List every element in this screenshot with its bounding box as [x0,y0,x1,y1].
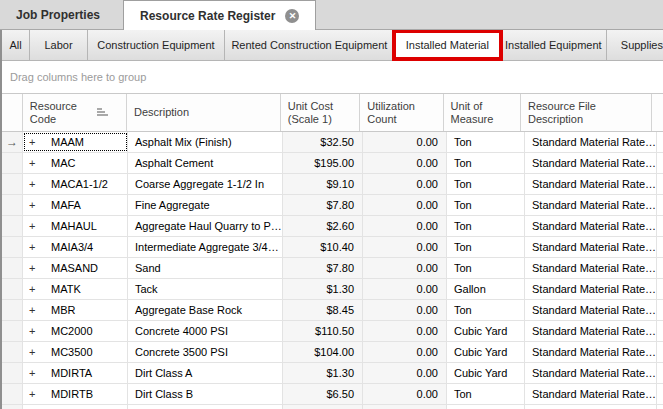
utilization-count-cell[interactable]: 0.00 [363,342,447,362]
table-row[interactable] [2,405,663,409]
description-cell[interactable]: Dirt Class A [128,363,283,383]
unit-of-measure-cell[interactable]: Ton [447,216,525,236]
resource-file-description-cell[interactable]: Standard Material Rate… [525,195,657,215]
row-expander-icon[interactable]: + [29,367,40,379]
resource-file-description-cell[interactable]: Standard Material Rate… [525,237,657,257]
close-tab-icon[interactable]: ✕ [285,9,299,23]
table-row[interactable]: + MBR Aggregate Base Rock $8.45 0.00 Ton… [2,300,663,321]
table-row[interactable]: + MC2000 Concrete 4000 PSI $110.50 0.00 … [2,321,663,342]
resource-code-cell[interactable]: + MAAM [23,132,128,152]
row-selector-cell[interactable] [2,216,23,236]
utilization-count-cell[interactable]: 0.00 [363,300,447,320]
description-cell[interactable]: Intermediate Aggregate 3/4… [128,237,283,257]
table-row[interactable]: + MASAND Sand $7.80 0.00 Ton Standard Ma… [2,258,663,279]
unit-of-measure-cell[interactable]: Ton [447,195,525,215]
description-cell[interactable]: Dirt Class B [128,384,283,404]
utilization-count-cell[interactable]: 0.00 [363,237,447,257]
unit-cost-cell[interactable]: $6.50 [283,384,363,404]
unit-cost-cell[interactable] [283,405,363,409]
row-selector-cell[interactable] [2,321,23,341]
row-selector-cell[interactable] [2,300,23,320]
row-expander-icon[interactable]: + [29,304,40,316]
description-cell[interactable]: Tack [128,279,283,299]
row-selector-cell[interactable]: → [2,132,23,152]
resource-code-cell[interactable] [23,405,128,409]
filter-tab-installed-equipment[interactable]: Installed Equipment [501,30,607,60]
resource-code-cell[interactable]: + MC3500 [23,342,128,362]
unit-of-measure-cell[interactable]: Ton [447,237,525,257]
resource-code-cell[interactable]: + MATK [23,279,128,299]
row-selector-cell[interactable] [2,195,23,215]
resource-file-description-cell[interactable]: Standard Material Rate… [525,321,657,341]
resource-code-cell[interactable]: + MACA1-1/2 [23,174,128,194]
resource-file-description-cell[interactable]: Standard Material Rate… [525,153,657,173]
resource-code-cell[interactable]: + MDIRTB [23,384,128,404]
column-header-utilization-count[interactable]: Utilization Count [360,94,443,131]
utilization-count-cell[interactable]: 0.00 [363,258,447,278]
table-row[interactable]: + MATK Tack $1.30 0.00 Gallon Standard M… [2,279,663,300]
row-expander-icon[interactable]: + [29,283,40,295]
unit-cost-cell[interactable]: $8.45 [283,300,363,320]
resource-code-cell[interactable]: + MC2000 [23,321,128,341]
column-header-unit-of-measure[interactable]: Unit of Measure [444,94,521,131]
filter-tab-labor[interactable]: Labor [30,30,88,60]
utilization-count-cell[interactable]: 0.00 [363,321,447,341]
filter-tab-construction-equipment[interactable]: Construction Equipment [88,30,225,60]
unit-cost-cell[interactable]: $10.40 [283,237,363,257]
utilization-count-cell[interactable]: 0.00 [363,384,447,404]
resource-code-cell[interactable]: + MAHAUL [23,216,128,236]
utilization-count-cell[interactable]: 0.00 [363,279,447,299]
resource-file-description-cell[interactable]: Standard Material Rate… [525,384,657,404]
row-expander-icon[interactable]: + [29,136,40,148]
table-row[interactable]: + MAIA3/4 Intermediate Aggregate 3/4… $1… [2,237,663,258]
row-selector-cell[interactable] [2,174,23,194]
resource-code-cell[interactable]: + MAC [23,153,128,173]
resource-file-description-cell[interactable]: Standard Material Rate… [525,132,657,152]
utilization-count-cell[interactable]: 0.00 [363,174,447,194]
row-selector-cell[interactable] [2,237,23,257]
row-selector-cell[interactable] [2,384,23,404]
resource-code-cell[interactable]: + MASAND [23,258,128,278]
resource-code-cell[interactable]: + MDIRTA [23,363,128,383]
resource-file-description-cell[interactable]: Standard Material Rate… [525,174,657,194]
table-row[interactable]: + MACA1-1/2 Coarse Aggregate 1-1/2 In $9… [2,174,663,195]
description-cell[interactable]: Aggregate Haul Quarry to P… [128,216,283,236]
unit-cost-cell[interactable]: $9.10 [283,174,363,194]
table-row[interactable]: + MAC Asphalt Cement $195.00 0.00 Ton St… [2,153,663,174]
unit-of-measure-cell[interactable]: Ton [447,258,525,278]
column-header-unit-cost[interactable]: Unit Cost (Scale 1) [281,94,360,131]
row-expander-icon[interactable]: + [29,178,40,190]
tab-resource-rate-register[interactable]: Resource Rate Register ✕ [123,0,316,30]
resource-code-cell[interactable]: + MBR [23,300,128,320]
row-expander-icon[interactable]: + [29,325,40,337]
row-selector-cell[interactable] [2,405,23,409]
resource-file-description-cell[interactable]: Standard Material Rate… [525,363,657,383]
utilization-count-cell[interactable]: 0.00 [363,153,447,173]
unit-of-measure-cell[interactable]: Cubic Yard [447,321,525,341]
unit-cost-cell[interactable]: $32.50 [283,132,363,152]
row-expander-icon[interactable]: + [29,157,40,169]
resource-file-description-cell[interactable]: Standard Material Rate… [525,216,657,236]
unit-cost-cell[interactable]: $104.00 [283,342,363,362]
unit-of-measure-cell[interactable]: Gallon [447,279,525,299]
unit-cost-cell[interactable]: $1.30 [283,363,363,383]
unit-of-measure-cell[interactable]: Ton [447,132,525,152]
resource-code-cell[interactable]: + MAFA [23,195,128,215]
row-expander-icon[interactable]: + [29,388,40,400]
description-cell[interactable]: Sand [128,258,283,278]
table-row[interactable]: + MDIRTB Dirt Class B $6.50 0.00 Ton Sta… [2,384,663,405]
row-expander-icon[interactable]: + [29,262,40,274]
table-row[interactable]: + MAFA Fine Aggregate $7.80 0.00 Ton Sta… [2,195,663,216]
description-cell[interactable] [128,405,283,409]
utilization-count-cell[interactable] [363,405,447,409]
unit-cost-cell[interactable]: $7.80 [283,195,363,215]
row-selector-cell[interactable] [2,279,23,299]
utilization-count-cell[interactable]: 0.00 [363,132,447,152]
tab-job-properties[interactable]: Job Properties [0,0,116,29]
unit-of-measure-cell[interactable]: Cubic Yard [447,342,525,362]
row-expander-icon[interactable]: + [29,241,40,253]
unit-of-measure-cell[interactable]: Cubic Yard [447,363,525,383]
table-row[interactable]: + MAHAUL Aggregate Haul Quarry to P… $2.… [2,216,663,237]
unit-of-measure-cell[interactable]: Ton [447,174,525,194]
description-cell[interactable]: Aggregate Base Rock [128,300,283,320]
